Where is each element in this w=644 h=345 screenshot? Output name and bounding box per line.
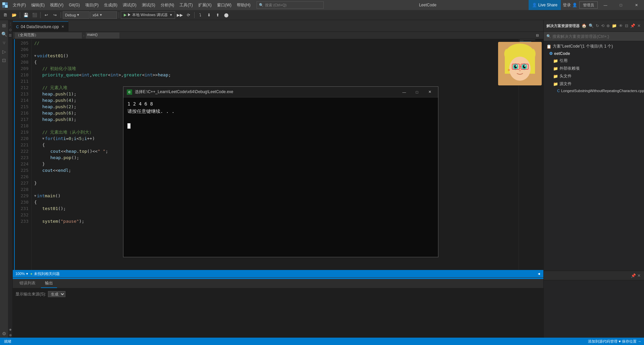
run-button[interactable]: ▶ ▶ 本地 Windows 调试器 ▾ [121,11,175,19]
login-label[interactable]: 登录 [563,2,571,8]
restore-button[interactable]: □ [613,0,629,10]
editor-tab-active[interactable]: C 04 DataStructure.cpp ✕ [13,21,68,31]
se-references[interactable]: 📁 引用 [544,57,644,65]
scroll-btn[interactable]: ◄ [537,272,541,276]
toolbar-sep-3 [61,12,61,18]
menu-debug[interactable]: 调试(D) [120,0,139,10]
activity-bar: ⊞ 🔍 ⑂ ▷ ⊡ ⚙ [0,20,8,338]
step-over-btn[interactable]: ⤵ [196,11,204,19]
close-button[interactable]: ✕ [629,0,644,10]
left-gutter: ⋮ ◇ ☰ ◈ ⊕ [8,20,13,338]
svg-point-18 [508,69,510,71]
rp-close-icon[interactable]: ✕ [637,23,641,29]
collapse-all-btn[interactable]: ⊟ [533,31,541,40]
rp-refresh-icon[interactable]: ↻ [595,23,600,29]
breakpoint-btn[interactable]: ⬤ [222,11,230,19]
se-sources[interactable]: 📁 源文件 [544,80,644,88]
menu-view[interactable]: 视图(V) [47,0,66,10]
rp-new-icon[interactable]: ⊕ [606,23,610,29]
arch-dropdown[interactable]: x64 ▾ [90,11,117,19]
menu-help[interactable]: 帮助(H) [234,0,253,10]
save-btn[interactable]: 💾 [22,11,30,19]
statusbar-right-label: 添加到源代码管理 ♥ 保存位置 → [588,339,641,344]
console-minimize-btn[interactable]: — [399,89,409,95]
menu-project[interactable]: 项目(P) [83,0,101,10]
right-panel-search[interactable]: 🔍 [544,32,644,41]
menu-test[interactable]: 测试(S) [139,0,158,10]
gutter-icon-1[interactable]: ⋮ [8,21,13,26]
solution-explorer-search[interactable] [552,34,641,39]
rp-preview-icon[interactable]: 👁 [618,23,624,29]
new-file-btn[interactable]: 🖹 [1,11,9,19]
toolbar: 🖹 📂 💾 ⬛ ↩ ↪ Debug ▾ x64 ▾ ▶ ▶ 本地 Windows… [0,10,644,20]
gutter-icon-3[interactable]: ☰ [8,33,12,38]
open-btn[interactable]: 📂 [10,11,18,19]
menu-tools[interactable]: 工具(T) [177,0,195,10]
zoom-status[interactable]: 100% ▾ [15,272,28,276]
rp-collapse-icon[interactable]: ⊟ [624,23,629,29]
solution-label: 方案"LeetCode"(1 个项目/共 1 个) [553,44,613,49]
search-icon: 🔍 [259,3,264,7]
debug-config-dropdown[interactable]: Debug ▾ [63,11,90,19]
activity-explorer[interactable]: ⊞ [0,21,8,29]
console-cursor-area [127,122,434,129]
tab-output[interactable]: 输出 [41,279,57,288]
window-controls: — □ ✕ [598,0,644,10]
gutter-icon-4[interactable]: ◈ [8,327,12,332]
console-restore-btn[interactable]: □ [412,89,422,95]
menu-file[interactable]: 文件(F) [10,0,29,10]
status-circle-icon: ● [30,272,33,276]
step-out-btn[interactable]: ⬆ [214,11,222,19]
restart-btn[interactable]: ⟳ [184,11,193,19]
rp-pin-icon[interactable]: 📌 [630,23,636,29]
se-open-file[interactable]: C LongestSubstringWithoutRepeatingCharac… [544,88,644,94]
anime-decoration [498,42,542,85]
console-close-btn[interactable]: ✕ [425,89,435,95]
continue-btn[interactable]: ▶▶ [176,11,184,19]
rp-sync-icon[interactable]: ⟲ [600,23,605,29]
tab-close-icon[interactable]: ✕ [61,24,65,29]
search-box[interactable]: 🔍 搜索 (Ctrl+Q) [257,1,324,9]
step-into-btn[interactable]: ⬇ [205,11,213,19]
menu-git[interactable]: Git(G) [66,0,83,10]
menu-edit[interactable]: 编辑(E) [29,0,47,10]
se-external-deps[interactable]: 📁 外部依赖项 [544,65,644,72]
se-project[interactable]: ⚙ eetCode [544,50,644,57]
status-right-group: 添加到源代码管理 ♥ 保存位置 → [588,339,641,344]
admin-button[interactable]: 管理员 [579,1,598,9]
rp-add-folder-icon[interactable]: 📁 [611,23,618,29]
menu-analyze[interactable]: 分析(N) [158,0,177,10]
rp-search-icon[interactable]: 🔍 [588,23,594,29]
rp-bottom-pin[interactable]: 📌 [630,273,637,279]
references-label: 引用 [559,58,568,64]
redo-btn[interactable]: ↪ [51,11,59,19]
activity-extensions[interactable]: ⊡ [0,56,8,64]
tab-errors[interactable]: 错误列表 [15,279,40,288]
function-selector[interactable]: main() [86,32,119,39]
undo-btn[interactable]: ↩ [42,11,50,19]
tab-filename: 04 DataStructure.cpp [21,24,59,29]
activity-search[interactable]: 🔍 [0,30,8,38]
menu-build[interactable]: 生成(B) [101,0,120,10]
rp-home-icon[interactable]: 🏠 [581,23,587,29]
zoom-icon: ▾ [26,272,28,276]
save-all-btn[interactable]: ⬛ [31,11,39,19]
gutter-icon-2[interactable]: ◇ [8,27,12,32]
se-headers[interactable]: 📁 头文件 [544,72,644,80]
activity-debug[interactable]: ▷ [0,48,8,56]
activity-settings[interactable]: ⚙ [0,330,8,338]
activity-git[interactable]: ⑂ [0,39,8,47]
menu-window[interactable]: 窗口(W) [214,0,234,10]
minimize-button[interactable]: — [598,0,613,10]
rp-bottom-close[interactable]: ✕ [637,273,641,279]
live-share-button[interactable]: 👤 Live Share [529,0,561,10]
user-icon: 👤 [572,3,577,7]
output-source-select[interactable]: 生成 [48,291,65,297]
console-line-1: 1 2 4 6 8 [127,100,434,108]
menu-extensions[interactable]: 扩展(X) [196,0,214,10]
gutter-icon-5[interactable]: ⊕ [8,333,12,338]
se-solution-root[interactable]: 📋 方案"LeetCode"(1 个项目/共 1 个) [544,43,644,50]
status-ready[interactable]: 就绪 [3,339,13,344]
bottom-tabs: 错误列表 输出 [13,279,543,288]
scope-selector[interactable]: （全局范围） [15,32,82,39]
